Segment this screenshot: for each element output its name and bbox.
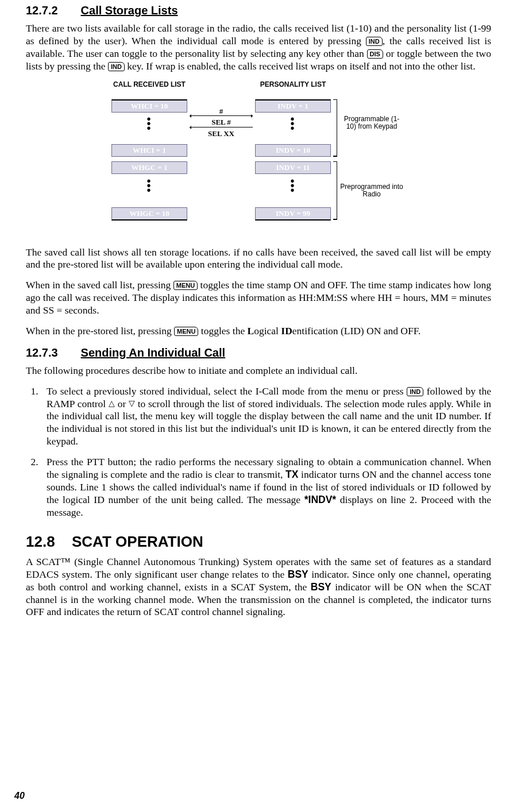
menu-key-icon: MENU bbox=[173, 281, 198, 290]
diagram-cell: WHGC = 1 bbox=[111, 161, 187, 174]
text: or bbox=[115, 398, 129, 409]
ind-key-icon: IND bbox=[108, 62, 125, 71]
diagram-cell: INDV = 99 bbox=[255, 207, 331, 221]
dots-icon: ••• bbox=[111, 179, 186, 192]
text: entification (LID) ON and OFF. bbox=[292, 325, 421, 337]
paragraph: There are two lists available for call s… bbox=[26, 22, 491, 73]
text: key. If wrap is enabled, the calls recei… bbox=[125, 60, 476, 72]
ind-key-icon: IND bbox=[366, 37, 383, 46]
diagram-cell: WHCI = 10 bbox=[111, 99, 187, 113]
text: When in the pre-stored list, pressing bbox=[26, 325, 174, 337]
diagram-cell: WHCI = 1 bbox=[111, 144, 187, 157]
diagram-header-left: CALL RECEIVED LIST bbox=[109, 81, 190, 88]
ind-key-icon: IND bbox=[407, 387, 423, 396]
dis-key-icon: DIS bbox=[367, 49, 383, 59]
diagram-mid-label: SEL # bbox=[195, 118, 247, 127]
diagram-header-right: PERSONALITY LIST bbox=[253, 81, 333, 88]
text-bold: *INDV* bbox=[304, 494, 336, 505]
section-heading-1272: 12.7.2 Call Storage Lists bbox=[26, 3, 491, 18]
dots-icon: ••• bbox=[111, 117, 186, 130]
paragraph: The following procedures describe how to… bbox=[26, 365, 491, 377]
paragraph: When in the pre-stored list, pressing ME… bbox=[26, 325, 491, 338]
paragraph: The saved call list shows all ten storag… bbox=[26, 246, 491, 272]
text: When in the saved call list, pressing bbox=[26, 279, 173, 291]
text-bold: TX bbox=[285, 469, 298, 480]
section-heading-128: 12.8SCAT OPERATION bbox=[26, 532, 491, 551]
text: ogical bbox=[254, 325, 281, 337]
text: toggles the bbox=[198, 325, 247, 337]
section-title: Call Storage Lists bbox=[81, 4, 178, 17]
arrow-icon bbox=[190, 115, 253, 117]
section-number: 12.7.3 bbox=[26, 346, 78, 360]
section-number: 12.7.2 bbox=[26, 3, 78, 18]
list-item: To select a previously stored individual… bbox=[41, 385, 491, 448]
brace-icon bbox=[333, 161, 337, 220]
diagram-cell: WHGC = 10 bbox=[111, 207, 187, 221]
menu-key-icon: MENU bbox=[174, 327, 198, 336]
ramp-down-icon: ▽ bbox=[129, 400, 135, 408]
diagram-cell: INDV = 10 bbox=[255, 144, 331, 157]
text-bold: BSY bbox=[311, 581, 331, 593]
diagram-cell: INDV = 11 bbox=[255, 161, 331, 174]
diagram-mid-label: # bbox=[195, 107, 247, 116]
diagram-side-label: Preprogrammed into Radio bbox=[340, 183, 403, 198]
list-item: Press the PTT button; the radio performs… bbox=[41, 456, 491, 519]
diagram-mid-label: SEL XX bbox=[195, 129, 247, 138]
paragraph: A SCAT™ (Single Channel Autonomous Trunk… bbox=[26, 556, 491, 618]
call-lists-diagram: CALL RECEIVED LIST PERSONALITY LIST WHCI… bbox=[103, 81, 414, 236]
section-title: Sending An Individual Call bbox=[81, 346, 226, 359]
arrow-icon bbox=[190, 127, 253, 128]
text-bold: ID bbox=[281, 325, 292, 337]
dots-icon: ••• bbox=[255, 117, 330, 130]
text-bold: L bbox=[248, 325, 254, 337]
paragraph: When in the saved call list, pressing ME… bbox=[26, 279, 491, 317]
diagram-cell: INDV = 1 bbox=[255, 99, 331, 113]
section-number: 12.8 bbox=[26, 532, 72, 551]
text-bold: BSY bbox=[288, 569, 308, 580]
diagram-side-label: Programmable (1-10) from Keypad bbox=[340, 115, 403, 130]
brace-icon bbox=[333, 99, 337, 157]
section-title: SCAT OPERATION bbox=[72, 533, 203, 550]
procedure-list: To select a previously stored individual… bbox=[26, 385, 491, 519]
text: To select a previously stored individual… bbox=[47, 385, 407, 397]
section-heading-1273: 12.7.3 Sending An Individual Call bbox=[26, 346, 491, 360]
dots-icon: ••• bbox=[255, 179, 330, 192]
ramp-up-icon: △ bbox=[109, 400, 115, 408]
